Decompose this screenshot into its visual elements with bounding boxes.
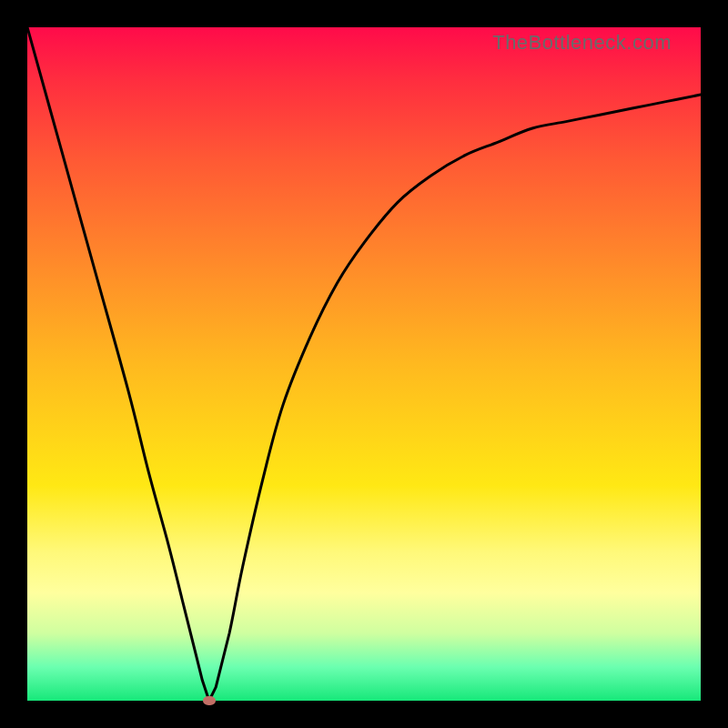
- minimum-marker: [203, 696, 216, 705]
- chart-frame: TheBottleneck.com: [0, 0, 728, 728]
- curve-path: [27, 27, 701, 701]
- bottleneck-curve: [27, 27, 701, 701]
- plot-area: TheBottleneck.com: [27, 27, 701, 701]
